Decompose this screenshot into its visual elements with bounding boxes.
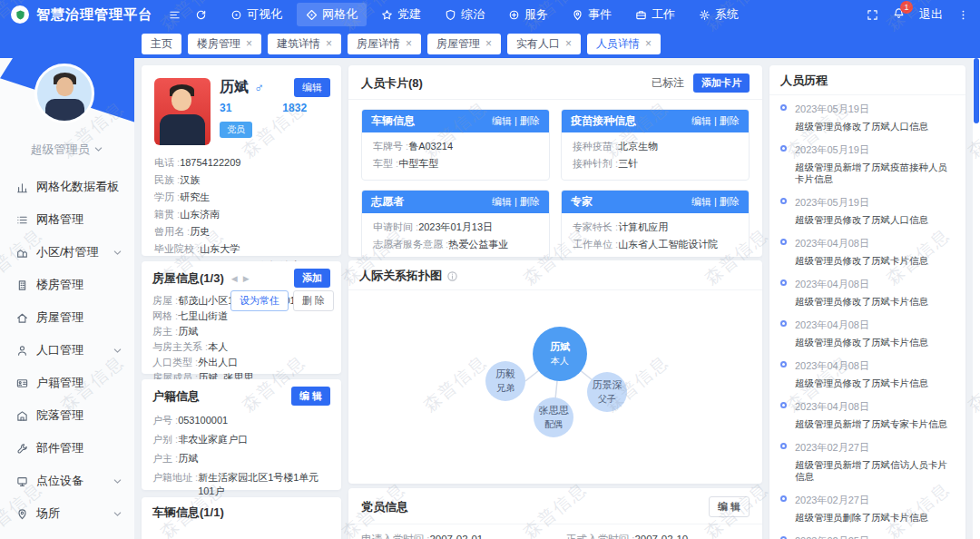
field-label: 籍贯 <box>154 208 180 221</box>
sidebar-menu: 网格化数据看板 网格管理 小区/村管理 楼房管理 <box>0 171 134 539</box>
sidebar-menu-item[interactable]: 场所 <box>0 497 134 530</box>
topnav-item[interactable]: 工作 <box>626 3 684 26</box>
scrollbar-thumb[interactable] <box>974 58 979 123</box>
card-title: 疫苗接种信息 <box>571 113 636 129</box>
timeline-dot-icon <box>780 402 787 408</box>
page-tab[interactable]: 建筑详情 × <box>268 34 341 54</box>
refresh-icon[interactable] <box>195 9 207 21</box>
sidebar-menu-item[interactable]: 楼房管理 <box>0 269 134 301</box>
topnav-item[interactable]: 综治 <box>436 3 494 26</box>
sidebar-menu-item[interactable]: 院落管理 <box>0 399 134 432</box>
topology-node[interactable]: 历景深 父子 <box>587 372 627 412</box>
topnav-item-label: 服务 <box>524 6 548 23</box>
topnav-item[interactable]: 系统 <box>690 3 748 26</box>
card-edit-delete-actions[interactable]: 编辑 | 删除 <box>492 195 540 209</box>
sidebar-item-label: 户籍管理 <box>36 375 83 391</box>
field-row: 与房主关系 本人 <box>142 339 341 355</box>
profile-edit-button[interactable]: 编辑 <box>294 78 330 97</box>
field-value: 山东济南 <box>180 208 220 221</box>
topbar-right: 1 退出 <box>867 6 969 23</box>
topnav-item[interactable]: 服务 <box>499 3 557 26</box>
page-tab[interactable]: 实有人口 × <box>507 34 581 54</box>
pager-next-icon[interactable]: ▶ <box>243 274 255 283</box>
field-row: 工作单位 山东省人工智能设计院 <box>565 236 745 253</box>
tab-close-icon[interactable]: × <box>246 38 252 49</box>
topnav-item-label: 工作 <box>652 6 675 23</box>
sidebar-menu-item[interactable]: 人口管理 <box>0 334 134 367</box>
sidebar-menu-item[interactable]: 房屋管理 <box>0 301 134 334</box>
topnav-item[interactable]: 可视化 <box>221 3 291 26</box>
field-value: 历斌 <box>178 452 198 466</box>
topnav-item-icon <box>508 9 520 21</box>
person-profile-card: 历斌 ♂ 31 1832 党员 编辑 电话 18754122209 民族 汉族 <box>142 65 341 256</box>
notifications[interactable]: 1 <box>893 7 905 22</box>
house-delete-button[interactable]: 删 除 <box>293 290 334 311</box>
page-scrollbar[interactable] <box>973 58 980 539</box>
marked-label[interactable]: 已标注 <box>652 75 684 91</box>
topnav-item-label: 党建 <box>397 6 421 23</box>
add-card-button[interactable]: 添加卡片 <box>693 74 750 93</box>
person-score: 1832 <box>282 102 307 114</box>
field-row: 接种针剂 三针 <box>565 155 745 172</box>
page-tab[interactable]: 人员详情 × <box>587 34 661 54</box>
card-edit-delete-actions[interactable]: 编辑 | 删除 <box>691 195 740 209</box>
party-edit-button[interactable]: 编 辑 <box>709 496 750 517</box>
more-vertical-icon[interactable] <box>957 9 969 21</box>
page-tab[interactable]: 房屋管理 × <box>427 34 501 54</box>
topology-node-self[interactable]: 历斌 本人 <box>533 327 587 381</box>
field-label: 房屋 <box>152 294 178 308</box>
timeline-date: 2023年05月19日 <box>795 197 869 208</box>
field-label: 曾用名 <box>154 225 190 239</box>
user-role-dropdown[interactable]: 超级管理员 <box>0 142 134 158</box>
tab-close-icon[interactable]: × <box>406 38 412 49</box>
relationship-topology-panel: 人际关系拓扑图 历斌 本人 历毅 兄弟 张思思 配偶 历景深 <box>348 260 762 484</box>
topnav-item[interactable]: 网格化 <box>297 3 367 26</box>
sidebar-item-label: 点位设备 <box>36 473 83 489</box>
topology-canvas[interactable]: 历斌 本人 历毅 兄弟 张思思 配偶 历景深 父子 <box>348 290 762 479</box>
chevron-down-icon <box>112 345 123 357</box>
page-tab[interactable]: 主页 × <box>142 34 181 54</box>
sidebar-menu-item[interactable]: 小区/村管理 <box>0 236 134 269</box>
field-label: 民族 <box>154 173 180 187</box>
sidebar-menu-item[interactable]: 户籍管理 <box>0 367 134 399</box>
topnav-item-icon <box>635 9 647 21</box>
field-value: 本人 <box>208 340 228 354</box>
topnav-item[interactable]: 党建 <box>372 3 430 26</box>
tab-close-icon[interactable]: × <box>565 38 572 49</box>
timeline-text: 超级管理员新增了历斌信访人员卡片信息 <box>795 459 955 483</box>
field-value: 鲁A03214 <box>408 140 453 153</box>
fullscreen-icon[interactable] <box>867 9 878 21</box>
topology-node[interactable]: 历毅 兄弟 <box>485 361 525 401</box>
sidebar-menu-item[interactable]: 网格化数据看板 <box>0 171 134 203</box>
card-edit-delete-actions[interactable]: 编辑 | 删除 <box>492 114 540 128</box>
house-add-button[interactable]: 添加 <box>294 269 330 288</box>
topology-node[interactable]: 张思思 配偶 <box>534 397 573 437</box>
tab-close-icon[interactable]: × <box>485 38 492 49</box>
top-bar: 智慧治理管理平台 可视化 网格化 党建 综治 <box>0 0 980 29</box>
timeline-entry: 2023年04月08日 超级管理员修改了历斌卡片信息 <box>780 359 955 389</box>
sidebar-menu-item[interactable]: 网格管理 <box>0 203 134 236</box>
card-edit-delete-actions[interactable]: 编辑 | 删除 <box>691 114 740 128</box>
timeline-date: 2023年02月27日 <box>795 442 869 453</box>
person-photo <box>154 78 211 145</box>
logout-button[interactable]: 退出 <box>919 6 943 23</box>
sidebar-menu-item[interactable]: 法人管理 <box>0 530 134 539</box>
timeline-text: 超级管理员修改了历斌卡片信息 <box>795 296 955 308</box>
hukou-edit-button[interactable]: 编 辑 <box>291 387 330 406</box>
tab-close-icon[interactable]: × <box>326 38 332 49</box>
user-avatar[interactable] <box>34 64 94 123</box>
pager-prev-icon[interactable]: ◀ <box>231 274 243 283</box>
house-info-panel: 房屋信息(1/3) ◀ ▶ 添加 设为常住 删 除 房屋 郁茂山小区1号楼1单元… <box>142 261 341 374</box>
field-label: 志愿者服务意愿 <box>373 238 448 251</box>
page-tab[interactable]: 楼房管理 × <box>188 34 261 54</box>
info-icon[interactable] <box>446 270 458 282</box>
tab-close-icon[interactable]: × <box>645 38 652 49</box>
field-row: 志愿者服务意愿 热爱公益事业 <box>366 236 545 253</box>
sidebar-menu-item[interactable]: 点位设备 <box>0 465 134 497</box>
page-tab[interactable]: 房屋详情 × <box>348 34 421 54</box>
topnav-item[interactable]: 事件 <box>563 3 621 26</box>
sidebar-item-label: 小区/村管理 <box>36 244 99 260</box>
set-primary-residence-button[interactable]: 设为常住 <box>230 290 289 311</box>
collapse-menu-icon[interactable] <box>169 9 181 21</box>
sidebar-menu-item[interactable]: 部件管理 <box>0 432 134 465</box>
